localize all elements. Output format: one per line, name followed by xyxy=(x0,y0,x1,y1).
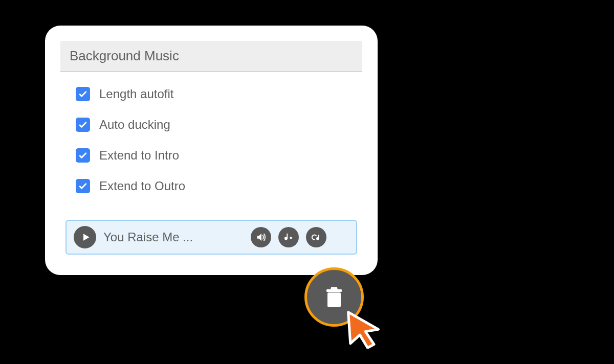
checkbox-length-autofit[interactable] xyxy=(76,87,90,101)
track-title: You Raise Me ... xyxy=(103,230,244,244)
checkmark-icon xyxy=(78,150,88,161)
volume-button[interactable] xyxy=(251,227,271,247)
checkmark-icon xyxy=(78,181,88,191)
play-icon xyxy=(81,232,91,242)
music-star-button[interactable] xyxy=(278,227,299,247)
option-label: Extend to Outro xyxy=(99,179,185,193)
checkmark-icon xyxy=(78,120,88,130)
track-row[interactable]: You Raise Me ... xyxy=(65,220,357,255)
checkbox-extend-outro[interactable] xyxy=(76,179,90,193)
option-length-autofit: Length autofit xyxy=(76,87,352,101)
checkmark-icon xyxy=(78,89,88,99)
option-extend-outro: Extend to Outro xyxy=(76,179,352,193)
volume-icon xyxy=(255,232,267,243)
panel-title: Background Music xyxy=(70,48,179,63)
checkbox-extend-intro[interactable] xyxy=(76,148,90,163)
option-label: Auto ducking xyxy=(99,118,170,132)
option-auto-ducking: Auto ducking xyxy=(76,118,352,132)
option-extend-intro: Extend to Intro xyxy=(76,148,352,163)
options-group: Length autofit Auto ducking Extend to In… xyxy=(60,72,362,215)
option-label: Extend to Intro xyxy=(99,148,179,163)
loop-icon xyxy=(311,232,322,243)
svg-rect-3 xyxy=(331,287,338,290)
music-loop-button[interactable] xyxy=(306,227,326,247)
svg-rect-1 xyxy=(327,292,341,307)
play-button[interactable] xyxy=(74,226,96,248)
music-star-icon xyxy=(283,232,294,243)
cursor-pointer-icon xyxy=(342,306,385,349)
checkbox-auto-ducking[interactable] xyxy=(76,118,90,132)
option-label: Length autofit xyxy=(99,87,173,101)
background-music-panel: Background Music Length autofit Auto duc… xyxy=(45,26,378,275)
panel-header: Background Music xyxy=(60,41,362,72)
